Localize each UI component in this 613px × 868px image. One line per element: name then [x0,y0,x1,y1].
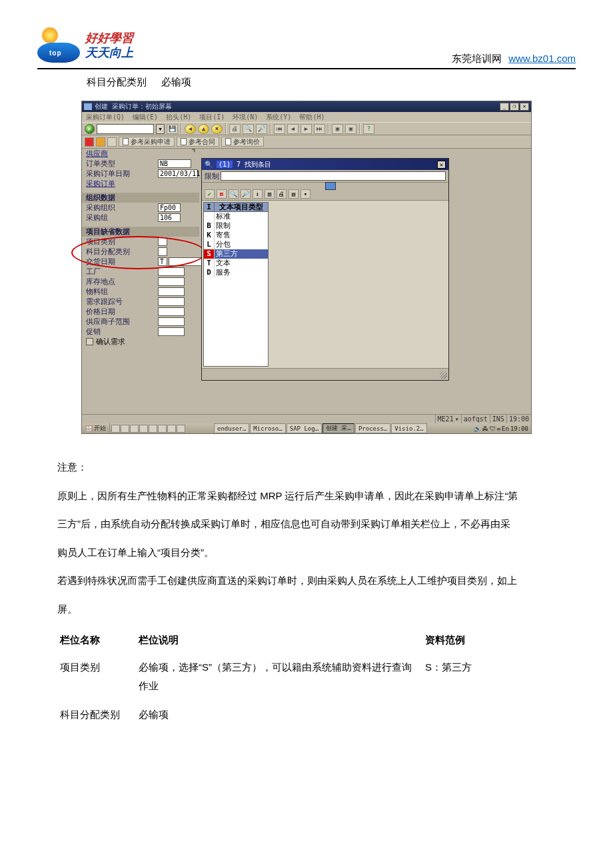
field-pricedate-value[interactable] [158,307,185,316]
ref-quote-button[interactable]: 参考询价 [221,137,264,147]
find-icon[interactable]: 🔍 [243,124,254,134]
menu-item[interactable]: 编辑(E) [133,113,158,122]
field-reqtrack-value[interactable] [158,297,185,306]
save-icon[interactable]: 💾 [167,124,178,134]
menu-item[interactable]: 抬头(H) [166,113,191,122]
field-po-date-value[interactable]: 2001/03/11 [158,169,198,178]
status-time: 19:00 [506,415,531,423]
group-item-defaults: 项目缺省数据 [82,227,199,237]
taskbar-task[interactable]: enduser… [214,423,249,433]
popup-statusbar [202,368,448,380]
field-purch-org-value[interactable]: Fp00 [158,203,181,212]
popup-cancel-icon[interactable]: ⊠ [217,189,227,199]
start-button[interactable]: 🪟 开始 [82,423,110,433]
ql-icon[interactable] [149,425,157,433]
prev-page-icon[interactable]: ◀ [287,124,299,134]
tray-icon[interactable]: 🖧 [482,425,488,432]
table-row: 科目分配类别 必输项 [60,705,576,725]
grid-row[interactable]: T文本 [204,259,268,268]
status-server: aofqst [461,415,490,423]
field-deliv-date-cat[interactable]: T [158,257,167,266]
field-matgrp-value[interactable] [158,287,185,296]
maximize-button[interactable]: ❐ [510,103,519,111]
menu-item[interactable]: 环境(N) [233,113,258,122]
taskbar-task[interactable]: SAP Log… [287,423,322,433]
field-promo-value[interactable] [158,327,185,336]
shortcut-icon[interactable]: ▣ [345,124,356,134]
ql-icon[interactable] [130,425,139,433]
grid-row[interactable]: B限制 [204,221,268,231]
exit-icon[interactable]: ▲ [198,124,209,134]
ql-icon[interactable] [158,425,167,433]
field-purch-grp-value[interactable]: 106 [158,213,181,222]
back-icon[interactable]: ◀ [185,124,196,134]
popup-hits: 7 找到条目 [237,160,433,169]
field-vendor-sub-value[interactable] [158,317,185,326]
next-page-icon[interactable]: ▶ [301,124,312,134]
confirm-checkbox[interactable] [86,338,93,345]
tray-lang[interactable]: En [502,425,509,432]
menu-bar: 采购订单(Q) 编辑(E) 抬头(H) 项目(I) 环境(N) 系统(Y) 帮助… [82,112,531,122]
ref-contract-button[interactable]: 参考合同 [177,137,219,147]
field-supplier-label[interactable]: 供应商 [86,149,158,159]
popup-search-icon[interactable]: 🔍 [229,189,239,199]
grid-row[interactable]: D服务 [204,268,268,277]
field-acct-assign-value[interactable] [158,247,167,256]
field-plant-value[interactable] [158,267,185,276]
popup-export-icon[interactable]: ▤ [289,189,299,199]
ql-icon[interactable] [139,425,148,433]
popup-close-button[interactable]: ✕ [437,161,446,169]
taskbar-task[interactable]: Process… [355,423,390,433]
popup-dropdown-icon[interactable]: ▾ [301,189,310,199]
header-site-link[interactable]: www.bz01.com [508,53,576,64]
taskbar-task[interactable]: Visio.2… [391,423,426,433]
print-icon[interactable]: 🖨 [229,124,241,134]
tray-icon[interactable]: ✉ [497,425,500,432]
command-dropdown-icon[interactable]: ▾ [156,124,165,134]
popup-sort-icon[interactable]: ↕ [253,189,263,199]
ql-icon[interactable] [121,425,129,433]
windows-icon: 🪟 [85,425,93,432]
field-item-category-value[interactable] [158,237,167,246]
tray-icon[interactable]: 🛡 [490,425,496,432]
logo-text: top [49,49,62,57]
ql-icon[interactable] [177,425,185,433]
field-order-type-value[interactable]: NB [158,159,191,168]
cancel-icon[interactable]: ✖ [211,124,223,134]
command-input[interactable] [97,124,154,134]
grid-row[interactable]: L分包 [204,240,268,249]
ql-icon[interactable] [167,425,176,433]
field-storage-value[interactable] [158,277,185,286]
ref-purchase-req-button[interactable]: 参考采购申请 [119,137,175,147]
close-button[interactable]: ✕ [520,103,529,111]
popup-restrict-input[interactable] [221,171,446,181]
taskbar-task-active[interactable]: 创建 采… [322,423,354,433]
first-page-icon[interactable]: ⏮ [274,124,285,134]
minimize-button[interactable]: _ [500,103,509,111]
menu-item[interactable]: 采购订单(Q) [86,113,125,122]
popup-accept-icon[interactable]: ✔ [205,189,215,199]
find-next-icon[interactable]: 🔎 [256,124,267,134]
grid-row[interactable]: 标准 [204,212,268,221]
menu-item[interactable]: 系统(Y) [266,113,291,122]
popup-search-next-icon[interactable]: 🔎 [241,189,251,199]
popup-collapse-icon[interactable] [325,182,336,190]
ql-icon[interactable] [111,425,120,433]
field-po-label[interactable]: 采购订单 [86,179,158,189]
popup-filter-icon[interactable]: ▥ [265,189,275,199]
menu-item[interactable]: 项目(I) [199,113,225,122]
popup-grid[interactable]: I 文本项目类型 标准 B限制 K寄售 L分包 S第三方 T文本 D服务 [203,202,269,367]
taskbar-task[interactable]: Microso… [250,423,285,433]
popup-print-icon[interactable]: 🖨 [277,189,287,199]
copy-icon[interactable] [107,137,117,147]
grid-row[interactable]: K寄售 [204,231,268,240]
enter-icon[interactable]: ✔ [85,124,95,134]
overview-icon[interactable] [85,137,94,147]
grid-row-selected[interactable]: S第三方 [204,249,268,259]
help-icon[interactable]: ? [363,124,374,134]
header-details-icon[interactable] [96,137,105,147]
menu-item[interactable]: 帮助(H) [299,113,324,122]
last-page-icon[interactable]: ⏭ [314,124,325,134]
tray-icon[interactable]: 🔊 [474,425,481,432]
new-session-icon[interactable]: ▣ [332,124,343,134]
